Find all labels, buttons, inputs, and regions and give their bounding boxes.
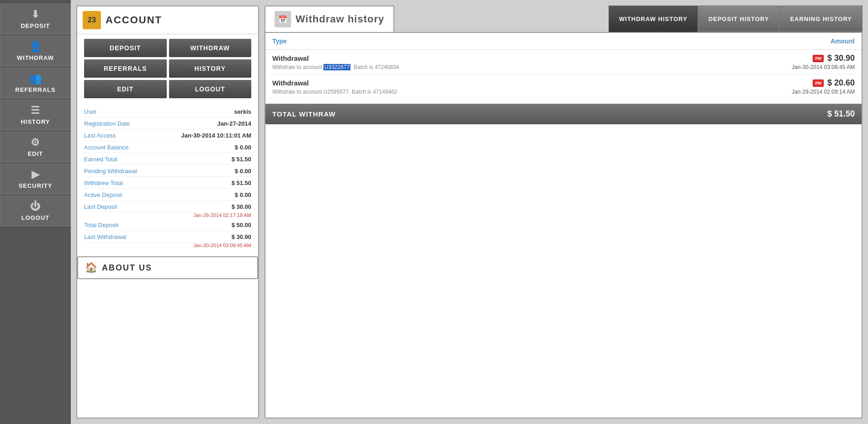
withdrawal-main: Withdrawal PM $ 30.90 [272,53,855,63]
sidebar-item-referrals[interactable]: 👥 REFERRALS [0,68,71,98]
info-row-earned: Earned Total $ 51.50 [84,154,251,165]
withdrawal-sub: Withdraw to account U2595577. Batch is 4… [272,88,855,98]
tab-withdraw-history[interactable]: WITHDRAW HISTORY [609,5,698,32]
value-withdrew: $ 51.50 [232,180,251,186]
value-balance: $ 0.00 [235,144,251,151]
pm-badge: PM [813,55,824,62]
info-row-lastaccess: Last Access Jan-30-2014 10:11:01 AM [84,130,251,141]
info-row-lastdeposit: Last Deposit $ 30.00 [84,201,251,212]
edit-button[interactable]: EDIT [84,80,167,98]
history-icon: ☰ [31,105,40,117]
withdrawal-amount: $ 30.90 [827,53,855,63]
deposit-icon: ⬇ [31,9,40,21]
col-amount: Amount [831,37,855,45]
sidebar-item-deposit[interactable]: ⬇ DEPOSIT [0,4,71,34]
about-panel: 🏠 ABOUT US [77,256,258,279]
withdrawal-amount-area: PM $ 30.90 [813,53,855,63]
history-button[interactable]: HISTORY [169,59,252,78]
withdrawal-amount-area: PM $ 20.60 [813,78,855,88]
sidebar-item-label-edit: EDIT [28,150,43,157]
info-row-totaldeposit: Total Deposit $ 50.00 [84,220,251,231]
history-tabs: WITHDRAW HISTORY DEPOSIT HISTORY EARNING… [609,5,863,32]
tab-deposit-history[interactable]: DEPOSIT HISTORY [698,5,780,32]
total-amount: $ 51.50 [827,109,855,119]
col-type: Type [272,37,287,45]
sidebar-item-label-history: HISTORY [21,118,50,125]
account-highlight: U3322677 [323,64,350,70]
about-icon: 🏠 [85,262,97,274]
value-totaldeposit: $ 50.00 [232,222,251,228]
edit-icon: ⚙ [31,137,40,148]
value-lastaccess: Jan-30-2014 10:11:01 AM [181,132,251,139]
last-deposit-date: Jan-28-2014 02:17:18 AM [84,212,251,218]
withdrawal-type: Withdrawal [272,79,309,87]
label-activedeposit: Active Deposit [84,191,122,198]
sidebar-item-security[interactable]: ▶ SECURITY [0,164,71,194]
withdrawal-main: Withdrawal PM $ 20.60 [272,78,855,88]
sidebar-item-history[interactable]: ☰ HISTORY [0,100,71,130]
main-content: ACCOUNT DEPOSIT WITHDRAW REFERRALS HISTO… [71,0,868,424]
table-header-row: Type Amount [265,33,862,50]
action-buttons: DEPOSIT WITHDRAW REFERRALS HISTORY EDIT … [77,34,258,103]
sidebar-item-label-security: SECURITY [19,182,53,189]
about-title: ABOUT US [102,263,152,273]
logout-button[interactable]: LOGOUT [169,80,252,98]
calendar-icon [83,11,101,29]
label-lastdeposit: Last Deposit [84,203,117,210]
account-header: ACCOUNT [77,6,258,34]
info-row-pending: Pending Withdrawal $ 0.00 [84,166,251,177]
label-regdate: Registration Date [84,120,130,127]
history-content: Type Amount Withdrawal PM $ 30.90 Wit [265,32,863,419]
label-withdrew: Withdrew Total [84,180,123,186]
value-lastwithdrawal: $ 30.90 [232,233,251,240]
last-withdrawal-date: Jan-30-2014 03:08:45 AM [84,243,251,248]
sidebar-item-label-deposit: DEPOSIT [21,22,50,29]
sidebar-item-label-logout: LOGOUT [21,214,50,221]
withdrawal-date: Jan-30-2014 03:08:45 AM [792,64,855,70]
tab-earning-history[interactable]: EARNING HISTORY [779,5,863,32]
withdrawal-sub: Withdraw to account U3322677. Batch is 4… [272,63,855,73]
sidebar-item-withdraw[interactable]: 👤 WITHDRAW [0,36,71,66]
referrals-button[interactable]: REFERRALS [84,59,167,78]
sidebar-item-label-withdraw: WITHDRAW [17,54,54,61]
info-row-user: User serkis [84,106,251,117]
table-row: Withdrawal PM $ 20.60 Withdraw to accoun… [265,74,862,99]
label-user: User [84,108,96,115]
withdraw-button[interactable]: WITHDRAW [169,39,252,57]
withdrawal-date: Jan-29-2014 02:09:14 AM [792,89,855,95]
history-title-area: 📅 Withdraw history [265,5,394,32]
total-label: TOTAL WITHRAW [272,110,336,118]
security-icon: ▶ [32,169,40,180]
label-lastaccess: Last Access [84,132,116,139]
value-pending: $ 0.00 [235,168,251,175]
logout-icon: ⏻ [30,201,41,212]
withdrawal-type: Withdrawal [272,54,309,62]
history-header: 📅 Withdraw history WITHDRAW HISTORY DEPO… [265,5,863,32]
label-totaldeposit: Total Deposit [84,222,118,228]
value-regdate: Jan-27-2014 [217,120,251,127]
withdrawal-detail: Withdraw to account U3322677. Batch is 4… [272,64,399,70]
label-balance: Account Balance [84,144,129,151]
info-row-lastwithdrawal: Last Withdrawal $ 30.90 [84,232,251,243]
withdraw-table: Type Amount Withdrawal PM $ 30.90 Wit [265,33,862,124]
user-info: User serkis Registration Date Jan-27-201… [77,103,258,253]
history-panel: 📅 Withdraw history WITHDRAW HISTORY DEPO… [265,5,863,419]
history-title-text: Withdraw history [296,13,384,25]
withdraw-icon: 👤 [29,41,42,53]
value-lastdeposit: $ 30.00 [232,203,251,210]
sidebar-item-label-referrals: REFERRALS [15,86,55,93]
info-row-withdrew: Withdrew Total $ 51.50 [84,178,251,189]
referrals-icon: 👥 [29,73,42,85]
account-title: ACCOUNT [106,14,162,26]
info-row-balance: Account Balance $ 0.00 [84,142,251,153]
sidebar: ⬇ DEPOSIT 👤 WITHDRAW 👥 REFERRALS ☰ HISTO… [0,0,71,424]
value-user: serkis [234,108,251,115]
label-earned: Earned Total [84,156,117,163]
total-row: TOTAL WITHRAW $ 51.50 [265,104,862,124]
value-activedeposit: $ 0.00 [235,191,251,198]
deposit-button[interactable]: DEPOSIT [84,39,167,57]
sidebar-item-logout[interactable]: ⏻ LOGOUT [0,196,71,226]
withdrawal-detail: Withdraw to account U2595577. Batch is 4… [272,89,397,95]
pm-badge: PM [813,80,824,87]
sidebar-item-edit[interactable]: ⚙ EDIT [0,132,71,162]
